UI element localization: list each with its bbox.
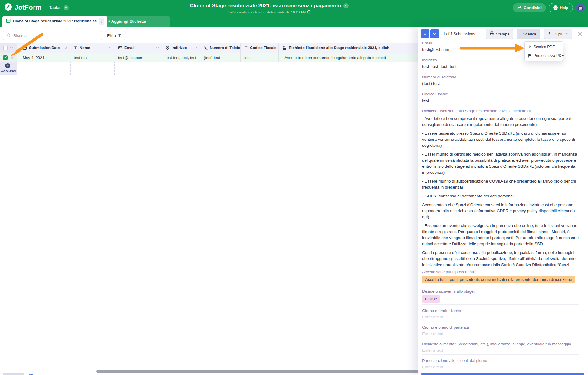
search-icon <box>6 33 11 38</box>
download-icon <box>528 45 532 49</box>
close-panel-icon[interactable] <box>577 31 583 37</box>
horizontal-scrollbar[interactable] <box>96 370 419 373</box>
add-label-tab[interactable]: + Aggiungi Etichetta <box>104 16 170 27</box>
menu-item-personalizza-pdf[interactable]: Personalizza PDF <box>525 51 563 60</box>
submission-pager: 1 of 1 Submissions <box>443 32 475 36</box>
menu-item-scarica-pdf[interactable]: Scarica PDF <box>525 42 563 51</box>
row-cell[interactable]: test test, test, test <box>162 53 200 62</box>
filter-label: Filtra <box>107 33 116 38</box>
row-cell[interactable]: May 4, 2021 <box>17 53 70 62</box>
answer-badge-text: Accetto tutti i punti precedenti, come i… <box>422 276 575 283</box>
more-label: Di più <box>554 32 563 36</box>
kebab-icon <box>548 31 551 37</box>
download-button[interactable]: Scarica <box>517 29 540 39</box>
field-block: Richieste alimentari (vegetariani, etc.)… <box>422 338 579 354</box>
add-row: AGGIUNGI <box>0 62 460 75</box>
chevron-down-icon[interactable] <box>156 46 159 49</box>
pin-icon[interactable] <box>64 46 68 50</box>
tab-active-table[interactable]: Clone of Stage residenziale 2021: iscriz… <box>2 16 107 27</box>
title-chevron-down-icon[interactable] <box>343 3 349 8</box>
next-submission-button[interactable] <box>430 29 439 38</box>
column-header-label: Email <box>124 46 134 50</box>
print-button[interactable]: Stampa <box>486 29 513 39</box>
search-input[interactable] <box>13 33 99 38</box>
row-cell[interactable]: test test <box>70 53 114 62</box>
column-header-codice-fiscale[interactable]: Codice Fiscale <box>241 43 279 53</box>
chevron-down-icon[interactable] <box>194 46 197 49</box>
save-status-text: Tutti i cambiamenti sono stati salvati a… <box>228 10 306 14</box>
field-block: Richiedo l'iscrizione allo Stage residen… <box>422 105 579 266</box>
star-icon[interactable] <box>10 55 15 60</box>
download-menu: Scarica PDFPersonalizza PDF <box>524 41 563 61</box>
add-row-label[interactable]: AGGIUNGI <box>0 69 17 73</box>
row-checkbox-checked[interactable] <box>3 55 8 60</box>
field-label: Partecipazione alle lezioni: dal giorno <box>422 358 579 363</box>
field-value: test <box>422 98 579 104</box>
panel-body: Emailtest@test.comIndirizzotest test, te… <box>418 41 588 375</box>
row-cell[interactable]: test@test.com <box>114 53 162 62</box>
more-button[interactable]: Di più <box>544 29 572 39</box>
customize-pdf-icon <box>528 54 532 58</box>
chevron-down-icon[interactable] <box>10 46 13 49</box>
add-row-button[interactable] <box>5 63 10 68</box>
field-value: (test) test <box>422 81 579 87</box>
field-placeholder[interactable]: Enter a text <box>422 348 579 353</box>
table-gutter-header <box>0 43 17 53</box>
filter-button[interactable]: Filtra <box>104 31 125 40</box>
save-status: Tutti i cambiamenti sono stati salvati a… <box>0 10 539 14</box>
column-header-submission-date[interactable]: Submission Date <box>17 43 70 53</box>
bottom-toolbar-cut <box>3 373 24 375</box>
field-label: Giorno e orario d'arrivo <box>422 308 579 313</box>
column-header-email[interactable]: Email <box>114 43 162 53</box>
field-label: Accettazione punti precedenti <box>422 270 579 275</box>
avatar[interactable] <box>576 3 585 12</box>
menu-item-label: Scarica PDF <box>534 45 555 49</box>
answer-badge: Online <box>422 294 579 303</box>
field-label: Richieste alimentari (vegetariani, etc.)… <box>422 342 579 347</box>
menu-item-label: Personalizza PDF <box>534 54 564 58</box>
field-placeholder[interactable]: Enter a text <box>422 314 579 320</box>
column-header-label: Nome <box>80 46 90 50</box>
envelope-icon <box>118 46 122 50</box>
clock-icon <box>307 10 311 14</box>
field-placeholder[interactable]: Enter a text <box>422 364 579 370</box>
page-title: Clone of Stage residenziale 2021: iscriz… <box>190 3 341 9</box>
paragraph-icon <box>282 46 287 50</box>
field-block: Accettazione punti precedentiAccetto tut… <box>422 266 579 285</box>
help-label: Help <box>560 5 568 10</box>
field-label: Desidero iscrivermi allo stage: <box>422 289 579 294</box>
share-label: Condividi <box>524 5 542 10</box>
share-arrow-icon <box>517 5 522 10</box>
header-title-block: Clone of Stage residenziale 2021: iscriz… <box>0 3 539 14</box>
row-cell[interactable]: test <box>241 53 279 62</box>
divider <box>200 62 200 75</box>
column-header-indirizzo[interactable]: Indirizzo <box>162 43 200 53</box>
help-button[interactable]: ? Help <box>549 3 573 12</box>
grid-view-icon[interactable] <box>29 373 33 375</box>
previous-submission-button[interactable] <box>421 29 429 38</box>
column-header-nome[interactable]: Nome <box>70 43 114 53</box>
column-header-label: Codice Fiscale <box>250 46 277 50</box>
field-paragraph: - Esser munito di certificato medico per… <box>422 151 579 176</box>
column-header-label: Submission Date <box>29 46 60 50</box>
field-block: Partecipazione alle lezioni: dal giornoE… <box>422 355 579 371</box>
location-pin-icon <box>166 46 169 50</box>
text-icon <box>244 46 248 50</box>
column-header-label: Numero di Telefono <box>210 46 241 50</box>
chevron-down-icon <box>566 32 569 35</box>
select-all-checkbox[interactable] <box>3 46 8 50</box>
row-cell[interactable]: (test) test <box>200 53 241 62</box>
chevron-down-icon[interactable] <box>109 46 112 49</box>
field-label: Richiedo l'iscrizione allo Stage residen… <box>422 109 579 113</box>
column-header-label: Richiedo l'iscrizione allo Stage residen… <box>289 46 389 50</box>
field-placeholder[interactable]: Enter a text <box>422 331 579 337</box>
tab-label: Clone of Stage residenziale 2021: iscriz… <box>13 19 97 23</box>
share-button[interactable]: Condividi <box>513 3 546 12</box>
jotform-tables-app: JotForm Tables Clone of Stage residenzia… <box>0 0 588 375</box>
column-header-numero-di-telefono[interactable]: Numero di Telefono <box>200 43 241 53</box>
table-row[interactable]: May 4, 2021test testtest@test.comtest te… <box>0 53 460 62</box>
download-label: Scarica <box>523 32 536 36</box>
phone-icon <box>204 46 208 50</box>
divider <box>114 62 115 75</box>
answer-badge-text: Online <box>422 295 440 303</box>
